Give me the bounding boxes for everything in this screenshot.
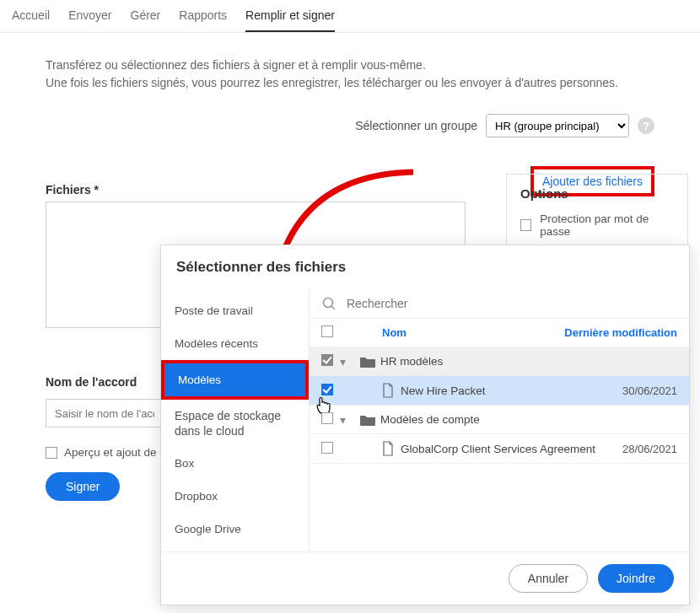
file-picker-dialog: Sélectionner des fichiers Poste de trava…	[160, 245, 690, 605]
preview-checkbox[interactable]	[46, 447, 57, 459]
search-icon	[321, 296, 337, 311]
options-panel: Options Protection par mot de passe	[506, 174, 688, 250]
intro-line1: Transférez ou sélectionnez des fichiers …	[46, 56, 654, 74]
tab-manage[interactable]: Gérer	[131, 8, 161, 32]
col-name[interactable]: Nom	[340, 326, 564, 339]
chevron-down-icon[interactable]: ▾	[340, 413, 355, 427]
svg-point-1	[324, 298, 333, 308]
col-date[interactable]: Dernière modification	[564, 326, 677, 339]
intro-text: Transférez ou sélectionnez des fichiers …	[46, 56, 654, 92]
row-account-folder[interactable]: ▾ Modèles de compte	[310, 406, 689, 434]
file-list-header: Nom Dernière modification	[310, 319, 689, 347]
tab-send[interactable]: Envoyer	[68, 8, 111, 32]
source-cloud[interactable]: Espace de stockage dans le cloud	[161, 400, 309, 447]
source-templates-highlight: Modèles	[161, 360, 309, 400]
folder-icon	[355, 413, 380, 427]
source-onedrive[interactable]: OneDrive	[161, 546, 309, 551]
document-icon	[375, 441, 401, 456]
source-dropbox[interactable]: Dropbox	[161, 480, 309, 513]
group-select[interactable]: HR (groupe principal)	[486, 114, 629, 137]
source-gdrive[interactable]: Google Drive	[161, 513, 309, 546]
dialog-title: Sélectionner des fichiers	[161, 245, 689, 289]
new-hire-name: New Hire Packet	[401, 384, 601, 397]
tab-home[interactable]: Accueil	[12, 8, 50, 32]
options-title: Options	[520, 186, 674, 201]
svg-line-2	[331, 306, 335, 309]
source-box[interactable]: Box	[161, 447, 309, 480]
group-label: Sélectionner un groupe	[355, 119, 477, 132]
gcsa-checkbox[interactable]	[321, 442, 333, 454]
intro-line2: Une fois les fichiers signés, vous pourr…	[46, 74, 654, 92]
row-new-hire[interactable]: New Hire Packet 30/06/2021	[310, 376, 689, 406]
gcsa-name: GlobalCorp Client Services Agreement	[401, 443, 601, 455]
select-all-checkbox[interactable]	[321, 325, 333, 337]
password-protect-checkbox[interactable]	[520, 219, 531, 231]
join-button[interactable]: Joindre	[598, 564, 674, 593]
folder-icon	[355, 355, 380, 368]
source-templates[interactable]: Modèles	[164, 363, 305, 396]
gcsa-date: 28/06/2021	[601, 443, 677, 455]
chevron-down-icon[interactable]: ▾	[340, 355, 355, 368]
help-icon[interactable]: ?	[638, 117, 654, 134]
password-protect-label: Protection par mot de passe	[540, 212, 674, 238]
account-folder-checkbox[interactable]	[321, 412, 333, 424]
accord-name-input[interactable]	[46, 399, 164, 427]
new-hire-date: 30/06/2021	[601, 384, 677, 397]
files-label: Fichiers *	[46, 183, 99, 196]
tab-reports[interactable]: Rapports	[179, 8, 227, 32]
row-hr-folder[interactable]: ▾ HR modèles	[310, 347, 689, 376]
hr-folder-checkbox[interactable]	[321, 354, 333, 366]
row-gcsa[interactable]: GlobalCorp Client Services Agreement 28/…	[310, 434, 689, 464]
cancel-button[interactable]: Annuler	[509, 564, 588, 593]
hr-folder-name: HR modèles	[380, 355, 601, 368]
search-input[interactable]	[345, 296, 677, 311]
source-workstation[interactable]: Poste de travail	[161, 294, 309, 327]
source-list: Poste de travail Modèles récents Modèles…	[161, 289, 310, 551]
source-recent-templates[interactable]: Modèles récents	[161, 327, 309, 360]
account-folder-name: Modèles de compte	[380, 413, 601, 426]
document-icon	[375, 383, 401, 398]
sign-button[interactable]: Signer	[46, 472, 120, 501]
top-tabs: Accueil Envoyer Gérer Rapports Remplir e…	[0, 0, 700, 33]
tab-fill-sign[interactable]: Remplir et signer	[245, 8, 335, 32]
new-hire-checkbox[interactable]	[321, 384, 333, 395]
